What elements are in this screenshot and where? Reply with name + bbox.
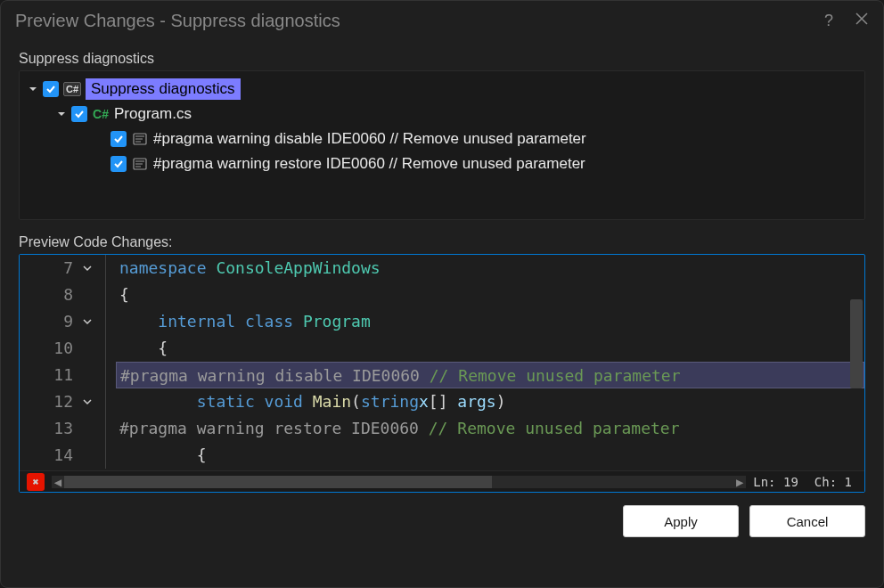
code-line: { — [116, 282, 864, 308]
code-lines: namespace ConsoleAppWindows{ internal cl… — [116, 255, 864, 470]
horizontal-scrollbar[interactable]: ◀ ▶ — [52, 476, 746, 488]
code-preview-panel: 7891011121314 namespace ConsoleAppWindow… — [19, 254, 865, 493]
scroll-left-icon[interactable]: ◀ — [52, 476, 64, 488]
code-line: #pragma warning disable IDE0060 // Remov… — [116, 362, 864, 388]
editor-statusbar: ✖ ◀ ▶ Ln: 19 Ch: 1 — [20, 470, 864, 492]
code-change-icon — [130, 155, 150, 173]
code-line: namespace ConsoleAppWindows — [116, 255, 864, 282]
code-line: internal class Program — [116, 308, 864, 335]
scrollbar-thumb[interactable] — [64, 476, 492, 488]
titlebar: Preview Changes - Suppress diagnostics ? — [1, 1, 883, 44]
line-indicator: Ln: 19 — [753, 475, 798, 489]
preview-changes-dialog: Preview Changes - Suppress diagnostics ?… — [0, 0, 884, 588]
tree-file-label: Program.cs — [114, 105, 192, 123]
expander-icon[interactable] — [55, 108, 68, 120]
csharp-icon: C# — [62, 80, 82, 98]
code-line: { — [116, 335, 864, 362]
code-area[interactable]: 7891011121314 namespace ConsoleAppWindow… — [20, 255, 864, 470]
checkbox[interactable] — [71, 106, 87, 122]
expander-icon[interactable] — [27, 83, 39, 95]
checkbox[interactable] — [43, 81, 59, 97]
titlebar-controls: ? — [824, 12, 869, 30]
tree-file[interactable]: C# Program.cs — [23, 102, 861, 127]
line-gutter: 7891011121314 — [20, 255, 116, 470]
csharp-file-icon: C# — [91, 105, 110, 123]
dialog-title: Preview Changes - Suppress diagnostics — [15, 11, 340, 31]
checkbox[interactable] — [110, 131, 127, 147]
tree-root[interactable]: C# Suppress diagnostics — [23, 77, 861, 102]
apply-button[interactable]: Apply — [623, 505, 739, 537]
cancel-button[interactable]: Cancel — [749, 505, 865, 537]
vertical-scrollbar[interactable] — [850, 299, 863, 388]
code-line: { — [116, 442, 864, 469]
column-indicator: Ch: 1 — [814, 475, 852, 489]
tree-change-item[interactable]: #pragma warning restore IDE0060 // Remov… — [23, 151, 861, 176]
tree-root-label: Suppress diagnostics — [86, 78, 241, 100]
scroll-right-icon[interactable]: ▶ — [733, 476, 746, 488]
tree-change-label: #pragma warning disable IDE0060 // Remov… — [153, 130, 586, 148]
tree-change-label: #pragma warning restore IDE0060 // Remov… — [153, 155, 585, 173]
help-icon[interactable]: ? — [824, 12, 833, 30]
close-icon[interactable] — [855, 12, 869, 30]
tree-change-item[interactable]: #pragma warning disable IDE0060 // Remov… — [23, 127, 861, 151]
changes-tree[interactable]: C# Suppress diagnostics C# Program.cs #p… — [19, 70, 865, 220]
code-change-icon — [130, 130, 150, 148]
tree-section-label: Suppress diagnostics — [1, 44, 883, 70]
code-line: static void Main(stringx[] args) — [116, 388, 864, 415]
dialog-buttons: Apply Cancel — [1, 493, 883, 551]
cursor-position: Ln: 19 Ch: 1 — [753, 475, 857, 489]
error-indicator-icon[interactable]: ✖ — [27, 473, 45, 491]
code-line: #pragma warning restore IDE0060 // Remov… — [116, 415, 864, 442]
preview-section-label: Preview Code Changes: — [1, 227, 883, 254]
checkbox[interactable] — [110, 156, 127, 172]
